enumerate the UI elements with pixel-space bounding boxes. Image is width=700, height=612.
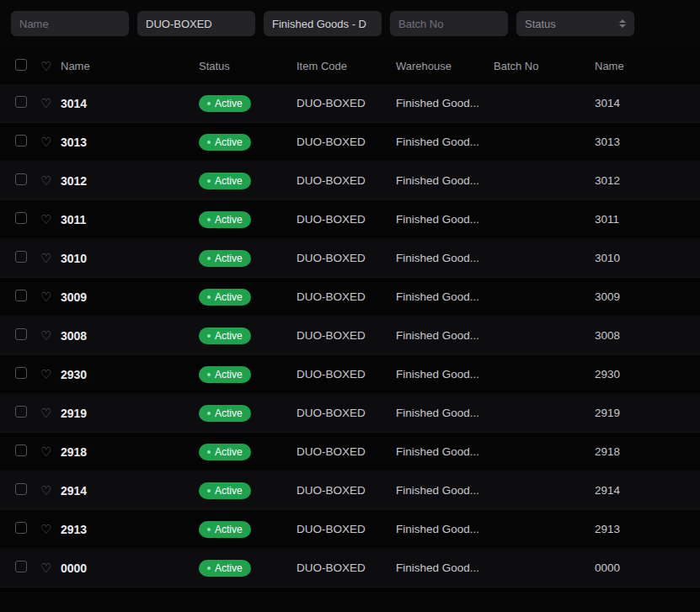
status-dot-icon bbox=[207, 450, 211, 454]
row-name-2: 2914 bbox=[595, 484, 700, 497]
status-badge: Active bbox=[199, 405, 251, 422]
row-checkbox[interactable] bbox=[15, 561, 27, 572]
table-row[interactable]: ♡ 3013 Active DUO-BOXED Finished Good...… bbox=[0, 123, 700, 162]
column-header-item-code: Item Code bbox=[297, 60, 396, 72]
favorite-icon[interactable]: ♡ bbox=[40, 252, 61, 264]
row-name: 3011 bbox=[61, 213, 199, 226]
favorite-icon[interactable]: ♡ bbox=[40, 136, 61, 148]
status-dot-icon bbox=[207, 334, 211, 338]
status-label: Active bbox=[215, 215, 243, 225]
favorite-icon[interactable]: ♡ bbox=[40, 561, 61, 574]
row-name-2: 2913 bbox=[595, 523, 700, 535]
row-name-2: 2919 bbox=[595, 407, 700, 419]
row-name: 3010 bbox=[61, 252, 199, 265]
table-row[interactable]: ♡ 3009 Active DUO-BOXED Finished Good...… bbox=[0, 278, 700, 317]
row-item-code: DUO-BOXED bbox=[297, 252, 396, 264]
name-filter-input[interactable] bbox=[11, 11, 129, 36]
row-name: 3009 bbox=[61, 290, 199, 304]
table-row[interactable]: ♡ 3011 Active DUO-BOXED Finished Good...… bbox=[0, 200, 700, 239]
favorite-icon[interactable]: ♡ bbox=[40, 407, 61, 419]
table-row[interactable]: ♡ 3012 Active DUO-BOXED Finished Good...… bbox=[0, 162, 700, 200]
item-code-filter-input[interactable] bbox=[137, 11, 255, 36]
status-badge: Active bbox=[199, 95, 251, 112]
row-checkbox[interactable] bbox=[15, 135, 27, 146]
status-dot-icon bbox=[207, 218, 211, 221]
status-label: Active bbox=[215, 486, 243, 496]
table-row[interactable]: ♡ 3010 Active DUO-BOXED Finished Good...… bbox=[0, 239, 700, 278]
column-header-warehouse: Warehouse bbox=[396, 60, 494, 72]
status-filter-label: Status bbox=[525, 18, 556, 30]
favorite-icon[interactable]: ♡ bbox=[40, 329, 61, 342]
status-badge: Active bbox=[199, 289, 251, 306]
table-row[interactable]: ♡ 2930 Active DUO-BOXED Finished Good...… bbox=[0, 355, 700, 394]
warehouse-filter-input[interactable] bbox=[264, 11, 382, 36]
row-warehouse: Finished Good... bbox=[396, 174, 494, 187]
table-row[interactable]: ♡ 2914 Active DUO-BOXED Finished Good...… bbox=[0, 471, 700, 510]
status-dot-icon bbox=[207, 295, 211, 299]
row-name-2: 3013 bbox=[595, 136, 700, 148]
row-name: 2913 bbox=[61, 523, 199, 536]
row-warehouse: Finished Good... bbox=[396, 213, 494, 226]
row-warehouse: Finished Good... bbox=[396, 136, 494, 148]
row-name: 2930 bbox=[61, 368, 199, 381]
row-name: 2918 bbox=[61, 445, 199, 459]
status-badge: Active bbox=[199, 560, 251, 577]
row-checkbox[interactable] bbox=[15, 444, 27, 456]
status-badge: Active bbox=[199, 211, 251, 228]
status-dot-icon bbox=[207, 412, 211, 415]
row-name-2: 2918 bbox=[595, 445, 700, 458]
favorite-icon[interactable]: ♡ bbox=[40, 290, 61, 303]
row-checkbox[interactable] bbox=[15, 173, 27, 185]
row-name-2: 3010 bbox=[595, 252, 700, 264]
table-row[interactable]: ♡ 3014 Active DUO-BOXED Finished Good...… bbox=[0, 84, 700, 123]
row-name-2: 3009 bbox=[595, 290, 700, 303]
batch-no-filter-input[interactable] bbox=[390, 11, 508, 36]
favorite-icon[interactable]: ♡ bbox=[40, 174, 61, 187]
status-filter-select[interactable]: Status bbox=[516, 11, 634, 36]
column-header-status: Status bbox=[199, 60, 297, 72]
row-item-code: DUO-BOXED bbox=[297, 290, 396, 303]
status-label: Active bbox=[215, 447, 243, 457]
status-badge: Active bbox=[199, 173, 251, 189]
status-label: Active bbox=[215, 176, 243, 186]
row-checkbox[interactable] bbox=[15, 328, 27, 340]
status-label: Active bbox=[215, 292, 243, 302]
row-checkbox[interactable] bbox=[15, 251, 27, 263]
table-row[interactable]: ♡ 3008 Active DUO-BOXED Finished Good...… bbox=[0, 317, 700, 355]
favorite-icon[interactable]: ♡ bbox=[40, 523, 61, 535]
row-name-2: 3014 bbox=[595, 97, 700, 109]
row-checkbox[interactable] bbox=[15, 290, 27, 301]
row-checkbox[interactable] bbox=[15, 483, 27, 495]
favorite-icon[interactable]: ♡ bbox=[40, 445, 61, 458]
status-badge: Active bbox=[199, 366, 251, 383]
row-checkbox[interactable] bbox=[15, 212, 27, 224]
status-dot-icon bbox=[207, 489, 211, 492]
row-checkbox[interactable] bbox=[15, 406, 27, 418]
row-item-code: DUO-BOXED bbox=[297, 136, 396, 148]
table-row[interactable]: ♡ 2913 Active DUO-BOXED Finished Good...… bbox=[0, 510, 700, 549]
row-item-code: DUO-BOXED bbox=[297, 445, 396, 458]
status-badge: Active bbox=[199, 250, 251, 267]
status-dot-icon bbox=[207, 257, 211, 260]
row-checkbox[interactable] bbox=[15, 522, 27, 534]
row-item-code: DUO-BOXED bbox=[297, 97, 396, 109]
favorite-icon[interactable]: ♡ bbox=[40, 97, 61, 109]
row-warehouse: Finished Good... bbox=[396, 97, 494, 109]
column-header-batch-no: Batch No bbox=[494, 60, 595, 72]
column-header-name: Name bbox=[61, 60, 199, 72]
table-row[interactable]: ♡ 0000 Active DUO-BOXED Finished Good...… bbox=[0, 549, 700, 588]
table-row[interactable]: ♡ 2918 Active DUO-BOXED Finished Good...… bbox=[0, 433, 700, 471]
table-row[interactable]: ♡ 2919 Active DUO-BOXED Finished Good...… bbox=[0, 394, 700, 433]
favorite-icon[interactable]: ♡ bbox=[40, 484, 61, 497]
row-warehouse: Finished Good... bbox=[396, 290, 494, 303]
row-name: 0000 bbox=[61, 561, 199, 575]
row-checkbox[interactable] bbox=[15, 96, 27, 108]
favorite-icon[interactable]: ♡ bbox=[40, 368, 61, 381]
row-checkbox[interactable] bbox=[15, 367, 27, 379]
favorite-column-icon: ♡ bbox=[40, 60, 61, 72]
row-warehouse: Finished Good... bbox=[396, 445, 494, 458]
favorite-icon[interactable]: ♡ bbox=[40, 213, 61, 226]
select-all-checkbox[interactable] bbox=[15, 59, 27, 71]
status-label: Active bbox=[215, 137, 243, 147]
row-warehouse: Finished Good... bbox=[396, 561, 494, 574]
